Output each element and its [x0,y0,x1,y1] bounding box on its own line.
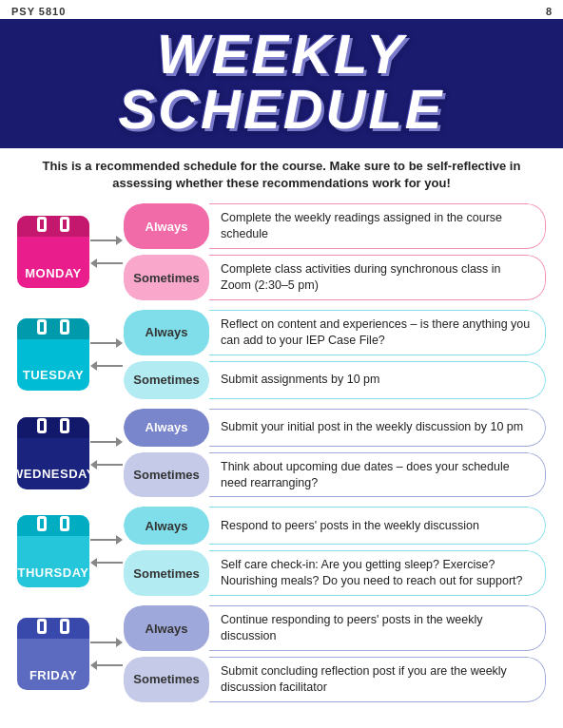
arrow-body [90,342,117,344]
arrow-line [90,255,123,272]
task-column-friday: AlwaysContinue responding to peers' post… [124,605,546,702]
calendar-ring [60,516,69,531]
arrow-body [90,239,117,241]
task-column-wednesday: AlwaysSubmit your initial post in the we… [124,409,546,498]
task-badge-always: Always [124,507,209,545]
arrow-connector [89,335,124,374]
task-row-monday-always: AlwaysComplete the weekly readings assig… [124,203,546,249]
day-row-friday: FRIDAYAlwaysContinue responding to peers… [17,605,546,702]
task-text-wednesday-always: Submit your initial post in the weekly d… [209,409,546,447]
task-row-monday-sometimes: SometimesComplete class activities durin… [124,255,546,300]
arrow-connector [89,531,124,571]
task-row-tuesday-always: AlwaysReflect on content and experiences… [124,310,546,355]
calendar-icon-wednesday: WEDNESDAY [17,417,89,489]
arrow-head-right [117,531,123,548]
task-badge-sometimes: Sometimes [124,255,209,300]
task-text-monday-sometimes: Complete class activities during synchro… [209,255,546,300]
arrow-body [90,441,117,443]
task-badge-always: Always [124,409,209,447]
arrow-line [90,634,123,651]
page-header: PSY 5810 8 [0,0,563,19]
task-badge-sometimes: Sometimes [124,657,209,702]
arrow-line [90,531,123,548]
task-row-thursday-always: AlwaysRespond to peers' posts in the wee… [124,507,546,545]
task-text-thursday-sometimes: Self care check-in: Are you getting slee… [209,550,546,596]
title-bar: WEEKLY SCHEDULE [0,19,563,148]
day-row-monday: MONDAYAlwaysComplete the weekly readings… [17,203,546,300]
calendar-ring [37,418,47,433]
task-row-tuesday-sometimes: SometimesSubmit assignments by 10 pm [124,361,546,399]
task-column-tuesday: AlwaysReflect on content and experiences… [124,310,546,399]
task-text-friday-always: Continue responding to peers' posts in t… [209,605,546,651]
task-badge-sometimes: Sometimes [124,550,209,596]
task-text-thursday-always: Respond to peers' posts in the weekly di… [209,507,546,545]
page-title: WEEKLY SCHEDULE [10,27,553,137]
arrow-head-right [117,634,123,651]
day-label-wednesday: WEDNESDAY [11,468,95,481]
arrow-line [90,554,123,571]
day-row-thursday: THURSDAYAlwaysRespond to peers' posts in… [17,507,546,596]
calendar-icon-thursday: THURSDAY [17,515,89,587]
calendar-ring [60,418,69,433]
calendar-icon-tuesday: TUESDAY [17,318,89,391]
task-text-tuesday-always: Reflect on content and experiences – is … [209,310,546,355]
arrow-line [90,657,123,674]
course-code: PSY 5810 [11,6,66,17]
task-text-friday-sometimes: Submit concluding reflection post if you… [209,657,546,702]
task-badge-always: Always [124,605,209,651]
arrow-connector [89,433,124,473]
arrow-connector [89,232,124,272]
arrow-line [90,456,123,473]
page-number: 8 [546,6,552,17]
calendar-ring [37,217,47,232]
task-column-thursday: AlwaysRespond to peers' posts in the wee… [124,507,546,596]
arrow-body [96,464,123,466]
task-row-wednesday-always: AlwaysSubmit your initial post in the we… [124,409,546,447]
arrow-line [90,335,123,352]
task-badge-always: Always [124,310,209,355]
day-row-tuesday: TUESDAYAlwaysReflect on content and expe… [17,310,546,399]
task-text-wednesday-sometimes: Think about upcoming due dates – does yo… [209,452,546,498]
calendar-ring [60,217,69,232]
task-text-monday-always: Complete the weekly readings assigned in… [209,203,546,249]
day-label-thursday: THURSDAY [17,566,88,580]
task-row-friday-sometimes: SometimesSubmit concluding reflection po… [124,657,546,702]
calendar-icon-friday: FRIDAY [17,618,89,690]
task-row-thursday-sometimes: SometimesSelf care check-in: Are you get… [124,550,546,596]
task-row-wednesday-sometimes: SometimesThink about upcoming due dates … [124,452,546,498]
calendar-icon-monday: MONDAY [17,216,89,288]
arrow-connector [89,634,124,674]
arrow-line [90,232,123,249]
arrow-body [90,642,117,643]
arrow-body [90,539,117,541]
calendar-ring [60,619,69,634]
arrow-body [96,262,123,264]
day-label-tuesday: TUESDAY [23,369,84,382]
calendar-ring [37,619,47,634]
day-row-wednesday: WEDNESDAYAlwaysSubmit your initial post … [17,409,546,498]
calendar-ring [37,516,47,531]
arrow-line [90,357,123,374]
arrow-body [96,365,123,367]
arrow-head-right [117,335,123,352]
arrow-body [96,562,123,564]
task-text-tuesday-sometimes: Submit assignments by 10 pm [209,361,546,399]
task-badge-sometimes: Sometimes [124,452,209,498]
calendar-ring [37,319,47,335]
task-row-friday-always: AlwaysContinue responding to peers' post… [124,605,546,651]
schedule-content: MONDAYAlwaysComplete the weekly readings… [0,200,563,720]
day-label-monday: MONDAY [25,267,82,280]
arrow-line [90,433,123,450]
arrow-body [96,664,123,666]
day-label-friday: FRIDAY [29,669,77,682]
subtitle-text: This is a recommended schedule for the c… [0,148,563,200]
arrow-head-right [117,433,123,450]
task-badge-always: Always [124,203,209,249]
task-column-monday: AlwaysComplete the weekly readings assig… [124,203,546,300]
task-badge-sometimes: Sometimes [124,361,209,399]
calendar-ring [60,319,69,335]
arrow-head-right [117,232,123,249]
